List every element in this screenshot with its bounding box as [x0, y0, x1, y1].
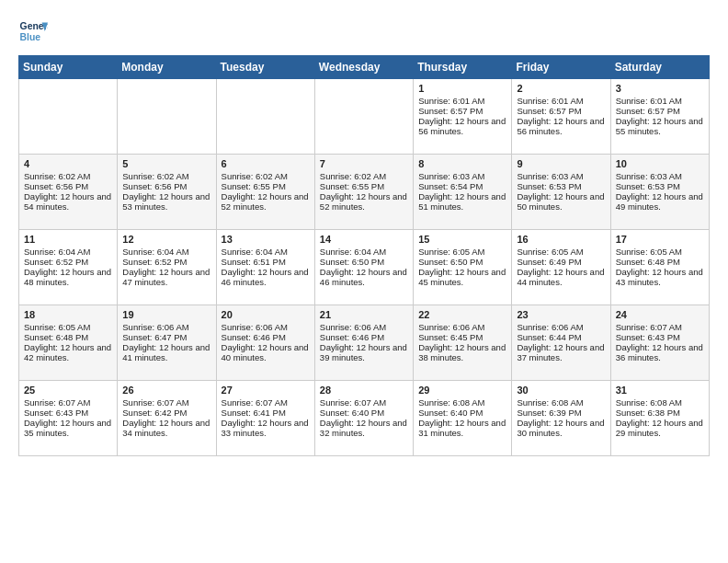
sunset-text: Sunset: 6:54 PM	[418, 181, 506, 191]
calendar-cell	[314, 79, 413, 155]
page: General Blue SundayMondayTuesdayWednesda…	[0, 0, 728, 563]
day-number: 22	[418, 309, 506, 320]
day-number: 12	[122, 234, 210, 245]
calendar-cell: 4Sunrise: 6:02 AMSunset: 6:56 PMDaylight…	[19, 155, 118, 230]
week-row-3: 11Sunrise: 6:04 AMSunset: 6:52 PMDayligh…	[19, 230, 710, 305]
calendar-cell: 7Sunrise: 6:02 AMSunset: 6:55 PMDaylight…	[314, 155, 413, 230]
calendar-cell	[118, 79, 216, 155]
sunrise-text: Sunrise: 6:01 AM	[616, 96, 704, 106]
sunset-text: Sunset: 6:40 PM	[320, 408, 408, 418]
daylight-text: Daylight: 12 hours and 38 minutes.	[418, 342, 506, 362]
day-number: 27	[222, 385, 310, 396]
calendar-cell: 28Sunrise: 6:07 AMSunset: 6:40 PMDayligh…	[314, 381, 413, 456]
daylight-text: Daylight: 12 hours and 45 minutes.	[418, 267, 506, 287]
sunrise-text: Sunrise: 6:07 AM	[222, 397, 310, 408]
sunset-text: Sunset: 6:48 PM	[24, 332, 112, 342]
calendar-cell: 22Sunrise: 6:06 AMSunset: 6:45 PMDayligh…	[414, 305, 512, 381]
calendar-cell: 17Sunrise: 6:05 AMSunset: 6:48 PMDayligh…	[610, 230, 709, 305]
sunrise-text: Sunrise: 6:06 AM	[418, 322, 506, 332]
day-number: 1	[418, 83, 506, 94]
sunrise-text: Sunrise: 6:05 AM	[418, 247, 506, 257]
daylight-text: Daylight: 12 hours and 34 minutes.	[122, 418, 210, 438]
daylight-text: Daylight: 12 hours and 32 minutes.	[320, 418, 408, 438]
sunrise-text: Sunrise: 6:04 AM	[122, 247, 210, 257]
calendar-cell: 21Sunrise: 6:06 AMSunset: 6:46 PMDayligh…	[314, 305, 413, 381]
weekday-header-wednesday: Wednesday	[314, 56, 413, 79]
sunrise-text: Sunrise: 6:04 AM	[24, 247, 112, 257]
week-row-4: 18Sunrise: 6:05 AMSunset: 6:48 PMDayligh…	[19, 305, 710, 381]
week-row-5: 25Sunrise: 6:07 AMSunset: 6:43 PMDayligh…	[19, 381, 710, 456]
daylight-text: Daylight: 12 hours and 55 minutes.	[616, 116, 704, 136]
calendar-cell: 30Sunrise: 6:08 AMSunset: 6:39 PMDayligh…	[512, 381, 610, 456]
calendar-cell: 18Sunrise: 6:05 AMSunset: 6:48 PMDayligh…	[19, 305, 118, 381]
day-number: 11	[24, 234, 112, 245]
daylight-text: Daylight: 12 hours and 52 minutes.	[222, 191, 310, 212]
header: General Blue	[18, 17, 710, 46]
day-number: 16	[517, 234, 605, 245]
logo-icon: General Blue	[18, 17, 48, 46]
calendar-cell: 25Sunrise: 6:07 AMSunset: 6:43 PMDayligh…	[19, 381, 118, 456]
sunrise-text: Sunrise: 6:01 AM	[517, 96, 605, 106]
sunrise-text: Sunrise: 6:07 AM	[24, 397, 112, 408]
daylight-text: Daylight: 12 hours and 53 minutes.	[122, 191, 210, 212]
daylight-text: Daylight: 12 hours and 54 minutes.	[24, 191, 112, 212]
logo: General Blue	[18, 17, 48, 46]
daylight-text: Daylight: 12 hours and 51 minutes.	[418, 191, 506, 212]
sunset-text: Sunset: 6:55 PM	[222, 181, 310, 191]
sunset-text: Sunset: 6:56 PM	[122, 181, 210, 191]
daylight-text: Daylight: 12 hours and 40 minutes.	[222, 342, 310, 362]
day-number: 30	[517, 385, 605, 396]
sunset-text: Sunset: 6:50 PM	[418, 257, 506, 267]
sunrise-text: Sunrise: 6:05 AM	[24, 322, 112, 332]
calendar-cell: 3Sunrise: 6:01 AMSunset: 6:57 PMDaylight…	[610, 79, 709, 155]
sunset-text: Sunset: 6:50 PM	[320, 257, 408, 267]
day-number: 21	[320, 309, 408, 320]
daylight-text: Daylight: 12 hours and 31 minutes.	[418, 418, 506, 438]
calendar-cell: 27Sunrise: 6:07 AMSunset: 6:41 PMDayligh…	[216, 381, 314, 456]
sunset-text: Sunset: 6:57 PM	[418, 106, 506, 116]
sunrise-text: Sunrise: 6:03 AM	[616, 171, 704, 181]
day-number: 29	[418, 385, 506, 396]
day-number: 14	[320, 234, 408, 245]
sunrise-text: Sunrise: 6:03 AM	[517, 171, 605, 181]
day-number: 23	[517, 309, 605, 320]
sunrise-text: Sunrise: 6:07 AM	[616, 322, 704, 332]
sunset-text: Sunset: 6:45 PM	[418, 332, 506, 342]
week-row-2: 4Sunrise: 6:02 AMSunset: 6:56 PMDaylight…	[19, 155, 710, 230]
sunset-text: Sunset: 6:46 PM	[222, 332, 310, 342]
sunset-text: Sunset: 6:42 PM	[122, 408, 210, 418]
weekday-header-row: SundayMondayTuesdayWednesdayThursdayFrid…	[19, 56, 710, 79]
sunrise-text: Sunrise: 6:05 AM	[616, 247, 704, 257]
daylight-text: Daylight: 12 hours and 39 minutes.	[320, 342, 408, 362]
daylight-text: Daylight: 12 hours and 33 minutes.	[222, 418, 310, 438]
sunset-text: Sunset: 6:55 PM	[320, 181, 408, 191]
sunset-text: Sunset: 6:53 PM	[517, 181, 605, 191]
sunset-text: Sunset: 6:41 PM	[222, 408, 310, 418]
calendar-cell: 13Sunrise: 6:04 AMSunset: 6:51 PMDayligh…	[216, 230, 314, 305]
daylight-text: Daylight: 12 hours and 30 minutes.	[517, 418, 605, 438]
sunset-text: Sunset: 6:52 PM	[122, 257, 210, 267]
weekday-header-friday: Friday	[512, 56, 610, 79]
calendar-cell: 23Sunrise: 6:06 AMSunset: 6:44 PMDayligh…	[512, 305, 610, 381]
daylight-text: Daylight: 12 hours and 52 minutes.	[320, 191, 408, 212]
calendar-cell: 1Sunrise: 6:01 AMSunset: 6:57 PMDaylight…	[414, 79, 512, 155]
day-number: 24	[616, 309, 704, 320]
calendar-cell: 14Sunrise: 6:04 AMSunset: 6:50 PMDayligh…	[314, 230, 413, 305]
calendar-cell: 5Sunrise: 6:02 AMSunset: 6:56 PMDaylight…	[118, 155, 216, 230]
svg-text:Blue: Blue	[20, 32, 41, 42]
sunset-text: Sunset: 6:39 PM	[517, 408, 605, 418]
sunset-text: Sunset: 6:53 PM	[616, 181, 704, 191]
weekday-header-tuesday: Tuesday	[216, 56, 314, 79]
day-number: 25	[24, 385, 112, 396]
sunset-text: Sunset: 6:51 PM	[222, 257, 310, 267]
sunset-text: Sunset: 6:43 PM	[24, 408, 112, 418]
daylight-text: Daylight: 12 hours and 48 minutes.	[24, 267, 112, 287]
daylight-text: Daylight: 12 hours and 47 minutes.	[122, 267, 210, 287]
calendar-cell: 26Sunrise: 6:07 AMSunset: 6:42 PMDayligh…	[118, 381, 216, 456]
daylight-text: Daylight: 12 hours and 46 minutes.	[222, 267, 310, 287]
sunset-text: Sunset: 6:44 PM	[517, 332, 605, 342]
sunrise-text: Sunrise: 6:05 AM	[517, 247, 605, 257]
sunrise-text: Sunrise: 6:02 AM	[222, 171, 310, 181]
sunrise-text: Sunrise: 6:08 AM	[517, 397, 605, 408]
day-number: 2	[517, 83, 605, 94]
